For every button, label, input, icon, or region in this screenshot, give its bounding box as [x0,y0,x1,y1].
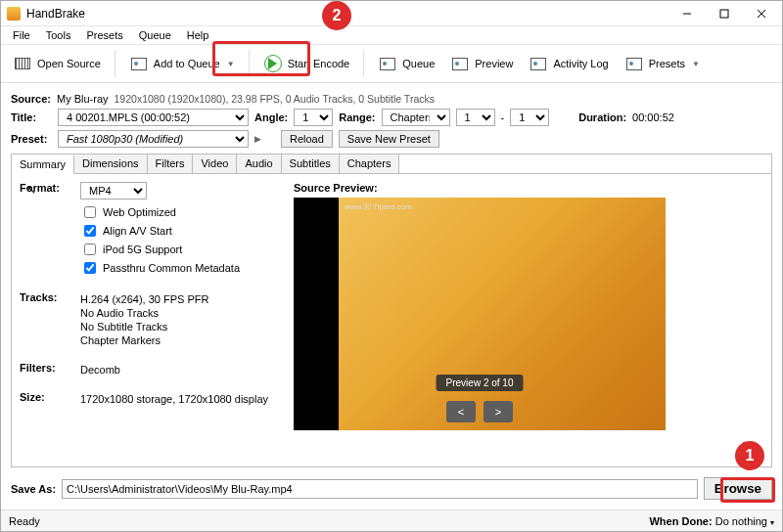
track-subtitle: No Subtitle Tracks [80,321,208,332]
log-icon [529,54,548,73]
tab-dimensions[interactable]: Dimensions [74,155,147,173]
duration-label: Duration: [578,111,626,123]
range-from-select[interactable]: 1 [456,109,495,126]
maximize-button[interactable] [706,2,743,25]
size-value: 1720x1080 storage, 1720x1080 display [80,393,268,405]
size-label: Size: [20,391,70,407]
presets-label: Presets [649,58,685,69]
track-audio: No Audio Tracks [80,307,208,319]
save-as-input[interactable] [62,479,698,499]
track-chapters: Chapter Markers [80,334,208,346]
source-row: Source: My Blu-ray 1920x1080 (1920x1080)… [11,93,772,105]
save-as-row: Save As: Browse [1,467,782,500]
separator [249,50,250,77]
ipod-support-checkbox[interactable]: iPod 5G Support [80,241,240,258]
tab-summary[interactable]: Summary [12,155,74,174]
range-to-select[interactable]: 1 [510,109,549,126]
svg-rect-1 [720,10,728,18]
preset-row: Preset: Fast 1080p30 (Modified) ▶ Reload… [11,130,772,148]
menu-presets[interactable]: Presets [78,27,130,43]
preset-select[interactable]: Fast 1080p30 (Modified) [58,130,249,148]
align-av-checkbox[interactable]: Align A/V Start [80,222,240,240]
close-button[interactable] [743,2,780,25]
activity-log-button[interactable]: Activity Log [523,50,614,77]
range-type-select[interactable]: Chapters [382,109,450,126]
source-info: 1920x1080 (1920x1080), 23.98 FPS, 0 Audi… [115,93,435,105]
menubar: File Tools Presets Queue Help [1,26,782,44]
tabs: Summary Dimensions Filters Video Audio S… [11,154,772,174]
chevron-down-icon: ▼ [227,60,235,68]
presets-button[interactable]: Presets ▼ [619,50,706,77]
preview-label: Preview [475,58,513,69]
tab-chapters[interactable]: Chapters [340,155,400,173]
format-label: Format: [20,182,70,278]
window-title: HandBrake [26,7,668,21]
preset-label: Preset: [11,133,52,145]
add-to-queue-button[interactable]: Add to Queue ▼ [123,50,241,77]
filters-value: Decomb [80,364,120,376]
film-icon [13,54,32,73]
statusbar: Ready When Done: Do nothing ▾ [1,510,782,531]
menu-help[interactable]: Help [179,27,217,43]
duration-value: 00:00:52 [632,111,674,123]
queue-label: Queue [402,58,435,69]
chevron-right-icon[interactable]: ▶ [254,134,261,144]
minimize-button[interactable] [668,2,706,25]
title-select[interactable]: 4 00201.MPLS (00:00:52) [58,109,249,126]
preview-button[interactable]: Preview [444,50,519,77]
filters-label: Filters: [20,362,70,377]
passthru-meta-checkbox[interactable]: Passthru Common Metadata [80,259,240,277]
preview-image: www.Ⓡ Tipard.com [339,198,666,430]
angle-label: Angle: [254,111,288,123]
chevron-down-icon: ▾ [770,518,774,527]
separator [115,50,115,77]
title-label: Title: [11,111,52,123]
open-source-button[interactable]: Open Source [7,50,107,77]
summary-panel: Format: MP4 Web Optimized Align A/V Star… [11,174,772,467]
track-video: H.264 (x264), 30 FPS PFR [80,293,208,305]
separator [363,50,364,77]
watermark: www.Ⓡ Tipard.com [345,201,412,212]
save-preset-button[interactable]: Save New Preset [339,130,439,148]
start-encode-label: Start Encode [288,58,350,69]
activity-label: Activity Log [553,58,608,69]
save-as-label: Save As: [11,483,56,495]
tab-audio[interactable]: Audio [237,155,281,173]
reload-button[interactable]: Reload [281,130,333,148]
when-done-select[interactable]: Do nothing ▾ [715,515,774,527]
angle-select[interactable]: 1 [294,109,333,126]
source-label: Source: [11,93,51,105]
source-preview-label: Source Preview: [294,182,763,194]
preview-prev-button[interactable]: < [446,401,476,422]
picture-add-icon [129,54,149,73]
preview-next-button[interactable]: > [484,401,513,422]
titlebar: HandBrake [1,1,782,26]
play-icon [263,54,283,73]
range-label: Range: [339,111,375,123]
queue-icon [378,54,397,73]
queue-button[interactable]: Queue [372,50,440,77]
web-optimized-checkbox[interactable]: Web Optimized [80,203,240,221]
tab-filters[interactable]: Filters [148,155,194,173]
preview-icon [450,54,470,73]
chevron-down-icon: ▼ [692,60,700,68]
toolbar: Open Source Add to Queue ▼ Start Encode … [1,44,782,83]
tab-video[interactable]: Video [193,155,237,173]
preview-counter: Preview 2 of 10 [437,375,524,391]
format-select[interactable]: MP4 [80,182,147,200]
presets-icon [624,54,644,73]
app-logo-icon [7,7,21,21]
status-text: Ready [9,515,40,527]
start-encode-button[interactable]: Start Encode [257,50,356,77]
tab-subtitles[interactable]: Subtitles [282,155,340,173]
menu-file[interactable]: File [5,27,38,43]
open-source-label: Open Source [37,58,101,69]
tracks-label: Tracks: [20,291,70,348]
add-queue-label: Add to Queue [154,58,220,69]
title-row: Title: 4 00201.MPLS (00:00:52) Angle: 1 … [11,109,772,126]
menu-tools[interactable]: Tools [38,27,79,43]
source-preview: www.Ⓡ Tipard.com Preview 2 of 10 < > [294,198,666,430]
menu-queue[interactable]: Queue [131,27,179,43]
browse-button[interactable]: Browse [704,477,772,500]
when-done-label: When Done: [649,515,712,527]
